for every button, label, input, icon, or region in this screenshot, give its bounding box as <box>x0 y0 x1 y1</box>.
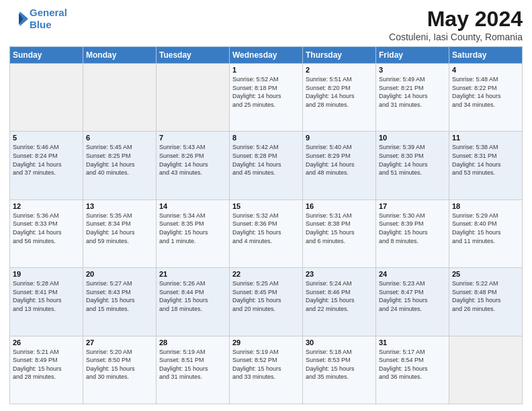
day-info: Sunrise: 5:51 AM Sunset: 8:20 PM Dayligh… <box>306 75 373 109</box>
day-info: Sunrise: 5:46 AM Sunset: 8:24 PM Dayligh… <box>13 143 80 177</box>
day-number: 28 <box>159 338 226 347</box>
calendar-cell: 26Sunrise: 5:21 AM Sunset: 8:49 PM Dayli… <box>10 336 83 404</box>
day-info: Sunrise: 5:19 AM Sunset: 8:51 PM Dayligh… <box>159 348 226 381</box>
day-info: Sunrise: 5:43 AM Sunset: 8:26 PM Dayligh… <box>159 143 226 177</box>
calendar-cell: 5Sunrise: 5:46 AM Sunset: 8:24 PM Daylig… <box>10 132 83 199</box>
calendar-cell: 20Sunrise: 5:27 AM Sunset: 8:43 PM Dayli… <box>83 268 157 336</box>
day-number: 16 <box>306 202 373 210</box>
calendar-cell: 29Sunrise: 5:19 AM Sunset: 8:52 PM Dayli… <box>230 336 303 404</box>
day-info: Sunrise: 5:26 AM Sunset: 8:44 PM Dayligh… <box>159 279 226 313</box>
day-number: 5 <box>13 134 80 142</box>
calendar-cell <box>10 64 83 132</box>
day-info: Sunrise: 5:38 AM Sunset: 8:31 PM Dayligh… <box>452 143 519 177</box>
calendar-cell <box>157 64 230 132</box>
calendar-cell: 27Sunrise: 5:20 AM Sunset: 8:50 PM Dayli… <box>83 336 157 404</box>
day-info: Sunrise: 5:35 AM Sunset: 8:34 PM Dayligh… <box>86 212 153 245</box>
calendar-cell <box>449 336 523 404</box>
calendar-cell: 12Sunrise: 5:36 AM Sunset: 8:33 PM Dayli… <box>10 199 83 267</box>
calendar-cell: 1Sunrise: 5:52 AM Sunset: 8:18 PM Daylig… <box>230 64 303 132</box>
calendar-day-header: Monday <box>83 47 157 64</box>
logo-icon <box>9 9 28 28</box>
calendar-cell: 3Sunrise: 5:49 AM Sunset: 8:21 PM Daylig… <box>376 64 449 132</box>
day-number: 12 <box>13 202 80 210</box>
day-info: Sunrise: 5:39 AM Sunset: 8:30 PM Dayligh… <box>379 143 446 177</box>
day-number: 27 <box>86 338 153 347</box>
calendar-day-header: Thursday <box>303 47 376 64</box>
day-info: Sunrise: 5:36 AM Sunset: 8:33 PM Dayligh… <box>13 212 80 245</box>
day-info: Sunrise: 5:24 AM Sunset: 8:46 PM Dayligh… <box>306 279 373 313</box>
day-info: Sunrise: 5:45 AM Sunset: 8:25 PM Dayligh… <box>86 143 153 177</box>
calendar-cell: 31Sunrise: 5:17 AM Sunset: 8:54 PM Dayli… <box>376 336 449 404</box>
day-info: Sunrise: 5:48 AM Sunset: 8:22 PM Dayligh… <box>452 75 519 109</box>
logo-text: General Blue <box>30 7 67 31</box>
calendar-cell: 17Sunrise: 5:30 AM Sunset: 8:39 PM Dayli… <box>376 199 449 267</box>
calendar-cell: 10Sunrise: 5:39 AM Sunset: 8:30 PM Dayli… <box>376 132 449 199</box>
day-number: 25 <box>452 270 519 278</box>
day-number: 17 <box>379 202 446 210</box>
calendar-cell: 25Sunrise: 5:22 AM Sunset: 8:48 PM Dayli… <box>449 268 523 336</box>
day-number: 6 <box>86 134 153 142</box>
day-number: 18 <box>452 202 519 210</box>
calendar-cell: 19Sunrise: 5:28 AM Sunset: 8:41 PM Dayli… <box>10 268 83 336</box>
logo-line1: General <box>30 7 67 18</box>
day-info: Sunrise: 5:23 AM Sunset: 8:47 PM Dayligh… <box>379 279 446 313</box>
calendar-cell: 28Sunrise: 5:19 AM Sunset: 8:51 PM Dayli… <box>157 336 230 404</box>
title-block: May 2024 Costuleni, Iasi County, Romania <box>389 7 523 42</box>
header: General Blue May 2024 Costuleni, Iasi Co… <box>9 7 523 42</box>
day-number: 30 <box>306 338 373 347</box>
calendar-cell: 13Sunrise: 5:35 AM Sunset: 8:34 PM Dayli… <box>83 199 157 267</box>
day-info: Sunrise: 5:52 AM Sunset: 8:18 PM Dayligh… <box>232 75 300 109</box>
day-info: Sunrise: 5:19 AM Sunset: 8:52 PM Dayligh… <box>232 348 300 381</box>
day-number: 9 <box>306 134 373 142</box>
day-info: Sunrise: 5:30 AM Sunset: 8:39 PM Dayligh… <box>379 212 446 245</box>
main-title: May 2024 <box>389 7 523 32</box>
day-info: Sunrise: 5:18 AM Sunset: 8:53 PM Dayligh… <box>306 348 373 381</box>
day-number: 29 <box>232 338 300 347</box>
calendar-cell: 14Sunrise: 5:34 AM Sunset: 8:35 PM Dayli… <box>157 199 230 267</box>
day-info: Sunrise: 5:32 AM Sunset: 8:36 PM Dayligh… <box>232 212 300 245</box>
day-number: 13 <box>86 202 153 210</box>
calendar-week-row: 19Sunrise: 5:28 AM Sunset: 8:41 PM Dayli… <box>10 268 523 336</box>
calendar-week-row: 12Sunrise: 5:36 AM Sunset: 8:33 PM Dayli… <box>10 199 523 267</box>
calendar-table: SundayMondayTuesdayWednesdayThursdayFrid… <box>9 46 523 404</box>
calendar-cell: 2Sunrise: 5:51 AM Sunset: 8:20 PM Daylig… <box>303 64 376 132</box>
calendar-day-header: Friday <box>376 47 449 64</box>
day-number: 20 <box>86 270 153 278</box>
day-number: 22 <box>232 270 300 278</box>
calendar-cell: 30Sunrise: 5:18 AM Sunset: 8:53 PM Dayli… <box>303 336 376 404</box>
day-number: 1 <box>232 66 300 74</box>
calendar-week-row: 26Sunrise: 5:21 AM Sunset: 8:49 PM Dayli… <box>10 336 523 404</box>
day-number: 23 <box>306 270 373 278</box>
calendar-cell: 23Sunrise: 5:24 AM Sunset: 8:46 PM Dayli… <box>303 268 376 336</box>
logo-line2: Blue <box>30 19 52 30</box>
day-info: Sunrise: 5:20 AM Sunset: 8:50 PM Dayligh… <box>86 348 153 381</box>
day-info: Sunrise: 5:25 AM Sunset: 8:45 PM Dayligh… <box>232 279 300 313</box>
day-info: Sunrise: 5:49 AM Sunset: 8:21 PM Dayligh… <box>379 75 446 109</box>
calendar-cell <box>83 64 157 132</box>
day-info: Sunrise: 5:34 AM Sunset: 8:35 PM Dayligh… <box>159 212 226 245</box>
day-info: Sunrise: 5:28 AM Sunset: 8:41 PM Dayligh… <box>13 279 80 313</box>
calendar-day-header: Saturday <box>449 47 523 64</box>
day-number: 14 <box>159 202 226 210</box>
day-info: Sunrise: 5:42 AM Sunset: 8:28 PM Dayligh… <box>232 143 300 177</box>
page: General Blue May 2024 Costuleni, Iasi Co… <box>0 0 532 411</box>
day-number: 10 <box>379 134 446 142</box>
calendar-cell: 22Sunrise: 5:25 AM Sunset: 8:45 PM Dayli… <box>230 268 303 336</box>
calendar-cell: 7Sunrise: 5:43 AM Sunset: 8:26 PM Daylig… <box>157 132 230 199</box>
day-number: 24 <box>379 270 446 278</box>
calendar-cell: 8Sunrise: 5:42 AM Sunset: 8:28 PM Daylig… <box>230 132 303 199</box>
calendar-day-header: Tuesday <box>157 47 230 64</box>
day-info: Sunrise: 5:27 AM Sunset: 8:43 PM Dayligh… <box>86 279 153 313</box>
day-info: Sunrise: 5:31 AM Sunset: 8:38 PM Dayligh… <box>306 212 373 245</box>
day-number: 15 <box>232 202 300 210</box>
calendar-day-header: Wednesday <box>230 47 303 64</box>
day-number: 3 <box>379 66 446 74</box>
day-info: Sunrise: 5:21 AM Sunset: 8:49 PM Dayligh… <box>13 348 80 381</box>
day-number: 11 <box>452 134 519 142</box>
day-number: 26 <box>13 338 80 347</box>
calendar-cell: 9Sunrise: 5:40 AM Sunset: 8:29 PM Daylig… <box>303 132 376 199</box>
calendar-week-row: 5Sunrise: 5:46 AM Sunset: 8:24 PM Daylig… <box>10 132 523 199</box>
calendar-cell: 21Sunrise: 5:26 AM Sunset: 8:44 PM Dayli… <box>157 268 230 336</box>
day-number: 2 <box>306 66 373 74</box>
calendar-week-row: 1Sunrise: 5:52 AM Sunset: 8:18 PM Daylig… <box>10 64 523 132</box>
